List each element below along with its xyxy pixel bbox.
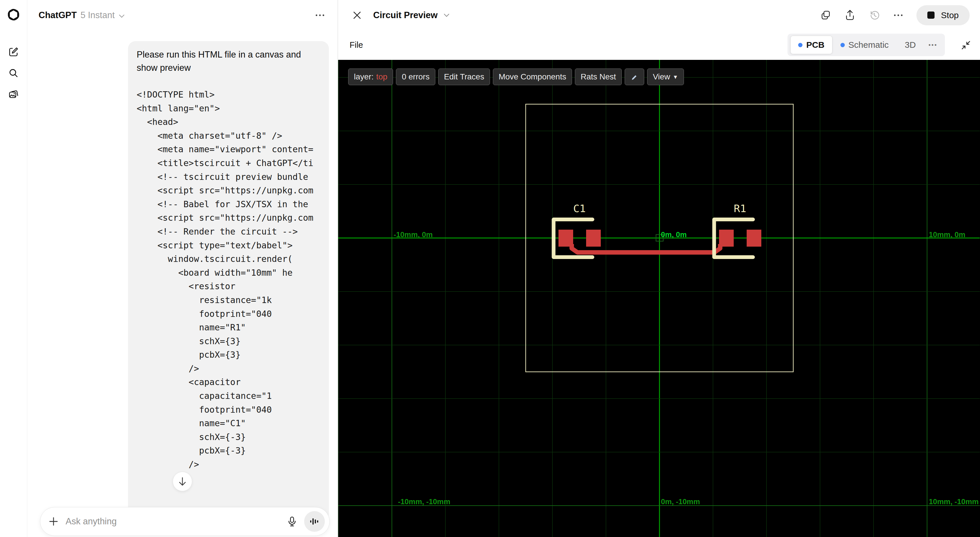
canvas-title-menu[interactable]: Circuit Preview bbox=[373, 10, 450, 21]
user-message-text: Please run this HTML file in a canvas an… bbox=[137, 48, 320, 75]
model-name: 5 Instant bbox=[81, 10, 115, 21]
pencil-tool-button[interactable] bbox=[625, 69, 644, 85]
code-line: footprint="040 bbox=[137, 307, 320, 321]
app: ChatGPT 5 Instant Please run this HTML f… bbox=[0, 0, 980, 537]
history-icon[interactable] bbox=[869, 10, 880, 21]
code-line: schX={-3} bbox=[137, 430, 320, 444]
code-line: schX={3} bbox=[137, 335, 320, 348]
code-line: <html lang="en"> bbox=[137, 102, 320, 115]
code-line: <meta name="viewport" content= bbox=[137, 142, 320, 156]
code-line: <head> bbox=[137, 115, 320, 129]
layer-button[interactable]: layer:top bbox=[348, 69, 393, 85]
voice-mode-button[interactable] bbox=[304, 511, 325, 532]
scroll-to-bottom-button[interactable] bbox=[173, 472, 192, 491]
pcb-grid bbox=[338, 60, 980, 537]
code-line: <meta charset="utf-8" /> bbox=[137, 129, 320, 143]
collapse-icon bbox=[961, 40, 971, 51]
smd-pad[interactable] bbox=[747, 229, 761, 247]
code-line: name="C1" bbox=[137, 416, 320, 430]
canvas-panel: Circuit Preview bbox=[337, 0, 980, 537]
user-message-code: <!DOCTYPE html><html lang="en"> <head> <… bbox=[137, 88, 320, 472]
share-upload-icon[interactable] bbox=[845, 10, 856, 21]
user-message: Please run this HTML file in a canvas an… bbox=[128, 41, 329, 521]
stop-label: Stop bbox=[941, 10, 959, 20]
pencil-icon bbox=[630, 73, 638, 81]
view-dropdown-button[interactable]: View▼ bbox=[647, 69, 684, 85]
code-line: <capacitor bbox=[137, 375, 320, 389]
openai-logo-icon[interactable] bbox=[7, 8, 20, 21]
code-line: window.tscircuit.render( bbox=[137, 252, 320, 266]
pcb-dot-icon bbox=[798, 43, 802, 47]
app-title: ChatGPT bbox=[38, 10, 77, 21]
search-icon bbox=[8, 68, 19, 78]
composer[interactable]: Ask anything bbox=[40, 507, 330, 536]
library-button[interactable] bbox=[8, 89, 19, 100]
canvas-menubar: File PCB Schematic 3D ••• bbox=[338, 30, 980, 60]
microphone-icon[interactable] bbox=[286, 516, 298, 527]
pcb-toolbar: layer:top 0 errors Edit Traces Move Comp… bbox=[348, 69, 684, 85]
code-line: <!-- Babel for JSX/TSX in the bbox=[137, 198, 320, 211]
code-line: footprint="040 bbox=[137, 403, 320, 417]
code-line: <script src="https://unpkg.com bbox=[137, 211, 320, 225]
new-chat-button[interactable] bbox=[8, 46, 19, 57]
component-C1[interactable]: C1 bbox=[554, 202, 601, 257]
pcb-render[interactable]: C1R1-10mm, 0m0m, 0m10mm, 0m-10mm, -10mm0… bbox=[338, 60, 980, 537]
composer-input[interactable]: Ask anything bbox=[65, 516, 117, 527]
model-picker[interactable]: ChatGPT 5 Instant bbox=[38, 10, 125, 21]
code-line: pcbX={-3} bbox=[137, 444, 320, 457]
smd-pad[interactable] bbox=[719, 229, 734, 247]
code-line: <title>tscircuit + ChatGPT</ti bbox=[137, 156, 320, 170]
canvas-title: Circuit Preview bbox=[373, 10, 438, 21]
arrow-down-icon bbox=[178, 476, 187, 486]
chevron-down-icon bbox=[443, 13, 450, 17]
code-line: <!DOCTYPE html> bbox=[137, 88, 320, 102]
code-line: <board width="10mm" he bbox=[137, 266, 320, 280]
stop-square-icon bbox=[928, 11, 935, 19]
schematic-dot-icon bbox=[840, 43, 845, 47]
ellipsis-icon[interactable] bbox=[893, 14, 903, 17]
attach-plus-icon[interactable] bbox=[48, 516, 59, 527]
pcb-canvas[interactable]: layer:top 0 errors Edit Traces Move Comp… bbox=[338, 60, 980, 537]
copy-icon[interactable] bbox=[820, 10, 831, 21]
smd-pad[interactable] bbox=[586, 229, 601, 247]
coordinate-label: -10mm, 0m bbox=[394, 230, 433, 239]
file-menu[interactable]: File bbox=[346, 30, 367, 60]
coordinate-label: 0m, -10mm bbox=[661, 497, 700, 506]
close-icon[interactable] bbox=[352, 11, 362, 20]
move-components-button[interactable]: Move Components bbox=[493, 69, 572, 85]
voice-waveform-icon bbox=[310, 517, 320, 526]
view-tabs: PCB Schematic 3D ••• bbox=[788, 33, 945, 56]
code-line: name="R1" bbox=[137, 320, 320, 335]
tab-schematic[interactable]: Schematic bbox=[832, 40, 897, 50]
errors-button[interactable]: 0 errors bbox=[396, 69, 435, 85]
refdes-label: C1 bbox=[573, 202, 585, 214]
chevron-down-icon bbox=[119, 14, 125, 18]
tab-pcb[interactable]: PCB bbox=[791, 36, 832, 54]
tabs-more-button[interactable]: ••• bbox=[924, 41, 942, 48]
code-line: <script src="https://unpkg.com bbox=[137, 183, 320, 198]
refdes-label: R1 bbox=[734, 202, 746, 214]
code-line: /> bbox=[137, 457, 320, 472]
code-line: <!-- tscircuit preview bundle bbox=[137, 170, 320, 184]
coordinate-label: 10mm, -10mm bbox=[929, 497, 978, 506]
code-line: <!-- Render the circuit --> bbox=[137, 225, 320, 239]
new-chat-icon bbox=[8, 46, 19, 57]
code-line: pcbX={3} bbox=[137, 348, 320, 362]
stop-button[interactable]: Stop bbox=[916, 5, 970, 25]
conversation-menu-button[interactable] bbox=[315, 13, 325, 18]
chat-column: ChatGPT 5 Instant Please run this HTML f… bbox=[27, 0, 337, 537]
coordinate-label: -10mm, -10mm bbox=[398, 497, 450, 506]
code-line: capacitance="1 bbox=[137, 389, 320, 403]
library-icon bbox=[8, 89, 19, 100]
ellipsis-icon bbox=[315, 14, 325, 17]
code-line: <script type="text/babel"> bbox=[137, 239, 320, 252]
tab-3d[interactable]: 3D bbox=[897, 40, 924, 50]
canvas-header: Circuit Preview bbox=[338, 0, 980, 30]
smd-pad[interactable] bbox=[558, 229, 573, 247]
edit-traces-button[interactable]: Edit Traces bbox=[438, 69, 490, 85]
search-button[interactable] bbox=[8, 68, 19, 78]
rats-nest-button[interactable]: Rats Nest bbox=[575, 69, 622, 85]
collapse-preview-button[interactable] bbox=[961, 30, 971, 60]
sidebar-rail bbox=[0, 0, 27, 537]
chat-header: ChatGPT 5 Instant bbox=[27, 0, 337, 30]
